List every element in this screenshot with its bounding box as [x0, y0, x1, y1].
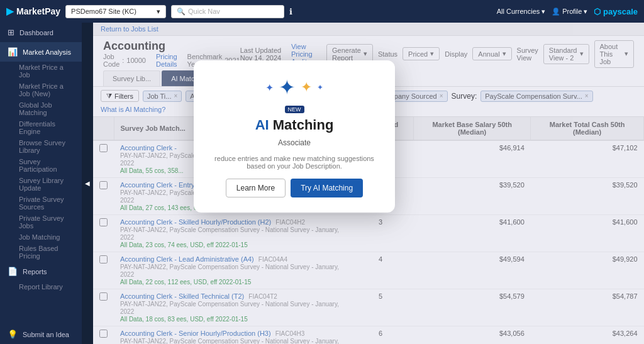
- chevron-down-icon: ▾: [157, 8, 160, 16]
- sidebar-sub-rules-based-pricing[interactable]: Rules Based Pricing: [0, 243, 82, 262]
- ai-popup-actions: Learn More Try AI Matching: [211, 179, 377, 197]
- sidebar-item-reports[interactable]: 📄 Reports: [0, 262, 82, 281]
- payscale-logo: ⬡ payscale: [594, 7, 638, 16]
- sidebar-sub-global-job-matching[interactable]: Global Job Matching: [0, 99, 82, 118]
- profile-menu[interactable]: 👤 Profile ▾: [552, 8, 587, 16]
- ai-popup-title: AI Matching: [211, 117, 377, 133]
- star-tiny-icon: ✦: [317, 83, 323, 92]
- sidebar-sub-private-survey-sources[interactable]: Private Survey Sources: [0, 194, 82, 213]
- chevron-left-icon: ◀: [85, 180, 90, 187]
- ai-popup-subtitle: Associate: [211, 138, 377, 147]
- currencies-selector[interactable]: All Currencies ▾: [497, 8, 545, 16]
- sidebar-sub-market-price-job-new[interactable]: Market Price a Job (New): [0, 80, 82, 99]
- sidebar-sub-market-price-job[interactable]: Market Price a Job: [0, 62, 82, 80]
- search-icon: 🔍: [177, 8, 186, 16]
- top-nav: ▶ MarketPay PSDemo67 Site (KC) ▾ 🔍 Quick…: [0, 0, 644, 23]
- ai-matching-popup: ✦ ✦ ✦ ✦ NEW AI Matching Associate reduce…: [194, 60, 395, 213]
- user-icon: 👤: [552, 8, 560, 16]
- app-logo: ▶ MarketPay: [6, 6, 60, 17]
- sidebar-sub-survey-participation[interactable]: Survey Participation: [0, 156, 82, 175]
- ai-title-matching: Matching: [273, 117, 334, 133]
- info-icon[interactable]: ℹ: [289, 7, 292, 16]
- sidebar-sub-browse-survey-library[interactable]: Browse Survey Library: [0, 137, 82, 156]
- quick-nav-input[interactable]: 🔍 Quick Nav: [171, 5, 284, 18]
- ai-title-ai: AI: [255, 117, 269, 133]
- sidebar-sub-job-matching[interactable]: Job Matching: [0, 231, 82, 243]
- star-gold-icon: ✦: [301, 79, 312, 96]
- sidebar-sub-survey-library-update[interactable]: Survey Library Update: [0, 175, 82, 194]
- sidebar: ⊞ Dashboard 📊 Market Analysis Market Pri…: [0, 23, 82, 344]
- sidebar-item-submit-idea[interactable]: 💡 Submit an Idea: [0, 325, 82, 344]
- star-small-icon: ✦: [265, 82, 274, 94]
- dashboard-icon: ⊞: [8, 28, 14, 37]
- content-area: Return to Jobs List Accounting Job Code:…: [93, 23, 644, 344]
- idea-icon: 💡: [8, 330, 18, 339]
- star-large-icon: ✦: [279, 75, 296, 99]
- try-ai-matching-button[interactable]: Try AI Matching: [291, 179, 363, 197]
- sidebar-item-market-analysis[interactable]: 📊 Market Analysis: [0, 42, 82, 62]
- reports-icon: 📄: [8, 267, 18, 276]
- main-layout: ⊞ Dashboard 📊 Market Analysis Market Pri…: [0, 23, 644, 344]
- sidebar-sub-differentials-engine[interactable]: Differentials Engine: [0, 118, 82, 137]
- sidebar-item-dashboard[interactable]: ⊞ Dashboard: [0, 23, 82, 42]
- chevron-down-icon: ▾: [541, 8, 545, 16]
- site-selector[interactable]: PSDemo67 Site (KC) ▾: [65, 5, 166, 18]
- ai-popup-stars: ✦ ✦ ✦ ✦: [211, 75, 377, 99]
- top-nav-right: All Currencies ▾ 👤 Profile ▾ ⬡ payscale: [497, 7, 638, 16]
- sidebar-sub-report-library[interactable]: Report Library: [0, 281, 82, 292]
- learn-more-button[interactable]: Learn More: [226, 179, 286, 197]
- market-analysis-icon: 📊: [8, 47, 18, 57]
- sidebar-container: ⊞ Dashboard 📊 Market Analysis Market Pri…: [0, 23, 93, 344]
- ai-popup-note: reduce entries and make new matching sug…: [211, 155, 377, 170]
- ai-popup-new-badge: NEW: [285, 106, 304, 113]
- chevron-down-icon: ▾: [584, 8, 587, 16]
- sidebar-toggle[interactable]: ◀: [82, 23, 93, 344]
- sidebar-sub-private-survey-jobs[interactable]: Private Survey Jobs: [0, 213, 82, 231]
